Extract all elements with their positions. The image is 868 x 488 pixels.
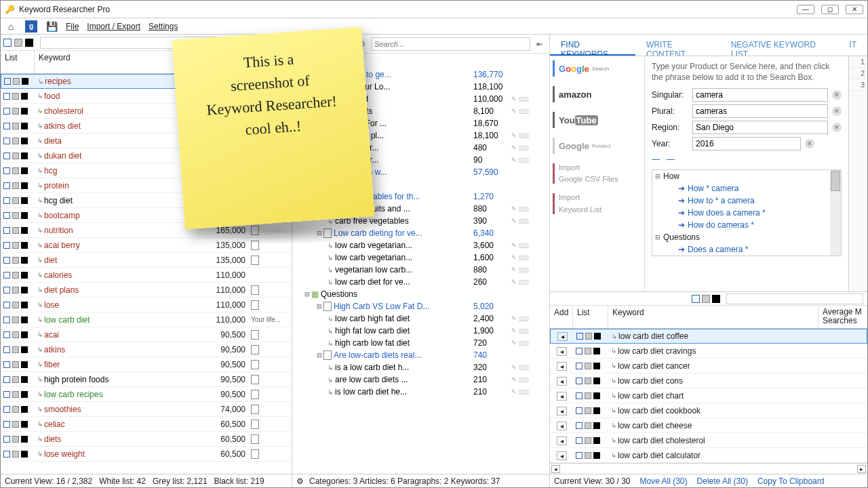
tab-more[interactable]: IT — [838, 35, 867, 56]
qtree-scrollbar[interactable] — [830, 170, 841, 256]
tree-row[interactable]: ↳low carb diet pl...18,100✎ ▯▯▯ — [292, 129, 549, 142]
tab-write-content[interactable]: WRITE CONTENT — [635, 35, 720, 56]
header-avg[interactable]: Ave...Sea... — [203, 51, 251, 73]
tree-row[interactable]: ↳vegetarian low carb...880✎ ▯▯▯ — [292, 264, 549, 276]
tree-row[interactable]: ↳low carb diet for ve...260✎ ▯▯▯ — [292, 276, 549, 288]
left-search-input[interactable] — [40, 37, 289, 49]
menu-settings[interactable]: Settings — [149, 22, 178, 31]
keyword-row[interactable]: ↳smoothies 74,000 — [1, 402, 292, 417]
import-keyword-list[interactable]: ImportKeyword List — [553, 193, 642, 214]
header-keyword[interactable]: Keyword — [35, 51, 203, 73]
keyword-row[interactable]: ↳calories 110,000 — [1, 268, 292, 283]
tree-row[interactable]: ↳high carb low fat diet720✎ ▯▯▯ — [292, 337, 549, 349]
gear-icon[interactable]: ⚙ — [356, 39, 367, 49]
g-icon[interactable]: g — [25, 20, 37, 33]
add-category-icon[interactable]: ⊞ — [296, 39, 307, 49]
collapse-icon[interactable]: ⇤ — [534, 39, 545, 49]
tree-row[interactable]: ↳low carb fruits and ...880✎ ▯▯▯ — [292, 203, 549, 215]
keyword-row[interactable]: ↳lose 110,000 — [1, 298, 292, 312]
tab-negative-list[interactable]: NEGATIVE KEYWORD LIST — [720, 35, 839, 56]
header-list[interactable]: List — [1, 51, 35, 73]
qtree-row[interactable]: ➔How * camera — [652, 182, 841, 195]
import-csv[interactable]: ImportGoogle CSV Files — [553, 163, 642, 184]
result-row[interactable]: ◂ ↳low carb diet cholesterol — [550, 433, 867, 448]
tree-row[interactable]: ⊟▦Questions — [292, 288, 549, 300]
tree-row[interactable]: ⊟Best Vegetables for th...1,270 — [292, 190, 549, 203]
tree-row[interactable]: ⊟b Dieting — [292, 56, 549, 68]
add-button[interactable]: ◂ — [557, 347, 567, 356]
tree-row[interactable]: ⊟High Carb VS Low Fat D...5,020 — [292, 300, 549, 312]
qtree-row[interactable]: ➔How do cameras * — [652, 219, 841, 231]
keyword-row[interactable]: ↳cholesterol — [1, 104, 292, 119]
clear-region-icon[interactable]: ✕ — [832, 123, 842, 132]
minimize-button[interactable]: — — [797, 5, 814, 14]
keyword-row[interactable]: ↳hcg diet — [1, 193, 292, 208]
result-row[interactable]: ◂ ↳low carb diet cancer — [550, 359, 867, 373]
result-row[interactable]: ◂ ↳low carb diet coffee — [550, 329, 867, 344]
keyword-row[interactable]: ↳fiber 90,500 — [1, 357, 292, 372]
rb-filter-white[interactable] — [692, 295, 700, 303]
result-row[interactable]: ◂ ↳low carb diet chart — [550, 388, 867, 403]
keyword-row[interactable]: ↳protein — [1, 178, 292, 193]
qtree-row[interactable]: ➔How does a camera * — [652, 207, 841, 219]
keyword-row[interactable]: ↳acai berry 135,000 — [1, 238, 292, 253]
keyword-row[interactable]: ↳lose weight 60,500 — [1, 447, 292, 462]
tree-row[interactable]: ↳low carb diet110,000✎ ▯▯▯ — [292, 93, 549, 105]
scroll-right-icon[interactable]: ▸ — [857, 465, 866, 473]
menu-import-export[interactable]: Import / Export — [87, 22, 140, 31]
rb-header-keyword[interactable]: Keyword — [608, 306, 818, 328]
filter-white-icon[interactable] — [3, 39, 12, 47]
qtree-row[interactable]: ➔Does a camera * — [652, 243, 841, 256]
filter-black-icon[interactable] — [25, 39, 33, 47]
keyword-row[interactable]: ↳atkins diet — [1, 119, 292, 134]
keyword-row[interactable]: ↳bootcamp 165,000 — [1, 208, 292, 223]
input-plural[interactable] — [692, 104, 828, 118]
source-youtube[interactable]: YouTube — [553, 112, 642, 128]
rb-search-input[interactable] — [726, 293, 863, 304]
tree-row[interactable]: ↳is a low carb diet h...320✎ ▯▯▯ — [292, 361, 549, 373]
keyword-row[interactable]: ↳dieta — [1, 134, 292, 148]
maximize-button[interactable]: ◻ — [821, 5, 839, 14]
add-article-icon[interactable]: ⊕ — [311, 39, 322, 49]
rb-filter-black[interactable] — [712, 295, 720, 303]
tree-row[interactable]: ⊟Low carb dieting for ve...6,340 — [292, 227, 549, 239]
keyword-row[interactable]: ↳diet plans 110,000 — [1, 283, 292, 298]
tree-row[interactable]: ↳is low carb diet he...210✎ ▯▯▯ — [292, 386, 549, 398]
keyword-row[interactable]: ↳atkins 90,500 — [1, 342, 292, 357]
add-button[interactable]: ◂ — [557, 451, 567, 460]
keyword-row[interactable]: ↳low carb recipes 90,500 — [1, 387, 292, 402]
tree-row[interactable] — [292, 178, 549, 190]
keyword-row[interactable]: ↳dukan diet — [1, 148, 292, 163]
tree-row[interactable]: ↳life is about to ge...136,770 — [292, 68, 549, 81]
input-singular[interactable] — [692, 88, 828, 102]
result-row[interactable]: ◂ ↳low carb diet calculator — [550, 448, 867, 463]
add-button[interactable]: ◂ — [557, 436, 567, 445]
edit-icon[interactable]: ✎ — [326, 39, 337, 49]
rb-header-add[interactable]: Add — [550, 306, 573, 328]
save-icon[interactable]: 💾 — [45, 20, 58, 33]
keyword-row[interactable]: ↳acai 90,500 — [1, 327, 292, 342]
tree-row[interactable]: ↳low carb vegetarian...3,600✎ ▯▯▯ — [292, 239, 549, 251]
menu-file[interactable]: File — [66, 22, 79, 31]
tree-row[interactable]: ↳low carb diets8,100✎ ▯▯▯ — [292, 105, 549, 117]
tab-find-keywords[interactable]: FIND KEYWORDS — [550, 35, 635, 56]
filter-grey-icon[interactable] — [14, 39, 22, 47]
tree-row[interactable]: ↳troducing Our Lo...118,100 — [292, 81, 549, 93]
tree-row[interactable]: ↳ealthy low car...90✎ ▯▯▯ — [292, 154, 549, 166]
move-all-link[interactable]: Move All (30) — [640, 476, 688, 486]
keyword-row[interactable]: ↳food — [1, 89, 292, 104]
keyword-row[interactable]: ↳high protein foods 90,500 — [1, 372, 292, 387]
keyword-row[interactable]: ↳nutrition 165,000 — [1, 223, 292, 238]
keyword-row[interactable]: ↳diets 60,500 — [1, 432, 292, 447]
tree-row[interactable]: ⊟Are low-carb diets real...740 — [292, 349, 549, 361]
add-button[interactable]: ◂ — [557, 407, 567, 415]
add-button[interactable]: ◂ — [557, 362, 567, 371]
add-button[interactable]: ◂ — [557, 422, 567, 430]
add-button[interactable]: ◂ — [557, 332, 568, 341]
copy-clipboard-link[interactable]: Copy To Clipboard — [757, 476, 825, 486]
source-google[interactable]: GoogleSearch — [553, 60, 642, 77]
source-google-related[interactable]: GoogleRelated — [553, 138, 642, 154]
keyword-row[interactable]: ↳diet 135,000 — [1, 253, 292, 268]
result-row[interactable]: ◂ ↳low carb diet cheese — [550, 418, 867, 433]
clear-year-icon[interactable]: ✕ — [805, 139, 814, 148]
